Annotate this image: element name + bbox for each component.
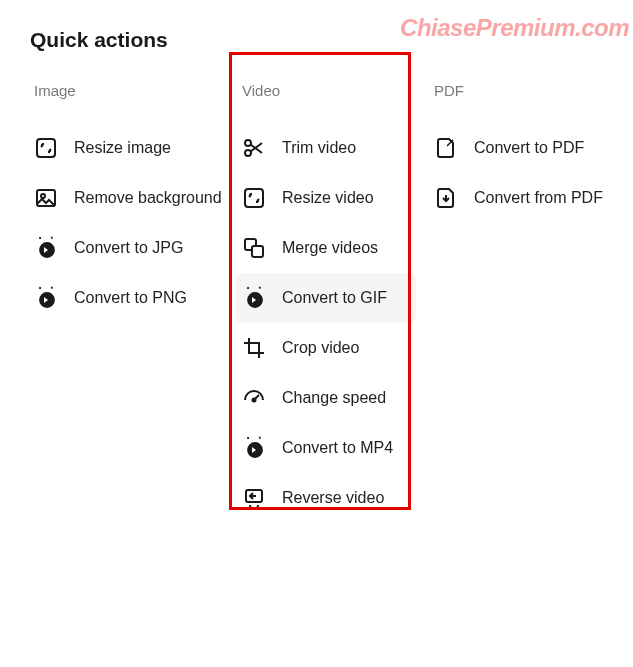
resize-video-icon xyxy=(242,186,266,210)
action-label: Merge videos xyxy=(282,239,378,257)
action-label: Convert to JPG xyxy=(74,239,183,257)
svg-rect-0 xyxy=(37,139,55,157)
action-label: Resize image xyxy=(74,139,171,157)
action-convert-from-pdf[interactable]: Convert from PDF xyxy=(430,173,630,223)
action-convert-png[interactable]: Convert to PNG xyxy=(30,273,236,323)
action-resize-image[interactable]: Resize image xyxy=(30,123,236,173)
action-convert-gif[interactable]: Convert to GIF xyxy=(236,273,416,323)
convert-from-pdf-icon xyxy=(434,186,458,210)
action-label: Remove background xyxy=(74,189,222,207)
action-label: Trim video xyxy=(282,139,356,157)
column-pdf: PDF Convert to PDF Convert from PDF xyxy=(430,82,630,523)
video-action-list: Trim video Resize video Merge videos xyxy=(236,123,416,523)
svg-point-2 xyxy=(41,194,45,198)
action-trim-video[interactable]: Trim video xyxy=(236,123,416,173)
column-heading-video: Video xyxy=(236,82,416,99)
action-crop-video[interactable]: Crop video xyxy=(236,323,416,373)
svg-rect-9 xyxy=(252,246,263,257)
action-remove-background[interactable]: Remove background xyxy=(30,173,236,223)
column-heading-pdf: PDF xyxy=(430,82,630,99)
action-label: Change speed xyxy=(282,389,386,407)
convert-jpg-icon xyxy=(34,236,58,260)
action-convert-jpg[interactable]: Convert to JPG xyxy=(30,223,236,273)
svg-rect-7 xyxy=(245,189,263,207)
convert-png-icon xyxy=(34,286,58,310)
action-label: Convert to PNG xyxy=(74,289,187,307)
action-label: Convert from PDF xyxy=(474,189,603,207)
convert-mp4-icon xyxy=(242,436,266,460)
action-label: Crop video xyxy=(282,339,359,357)
column-image: Image Resize image Remove background xyxy=(30,82,236,523)
columns-wrapper: Image Resize image Remove background xyxy=(30,82,613,523)
crop-icon xyxy=(242,336,266,360)
action-label: Reverse video xyxy=(282,489,384,507)
action-resize-video[interactable]: Resize video xyxy=(236,173,416,223)
merge-icon xyxy=(242,236,266,260)
column-video: Video Trim video Resize video xyxy=(236,82,416,523)
action-label: Convert to PDF xyxy=(474,139,584,157)
pdf-action-list: Convert to PDF Convert from PDF xyxy=(430,123,630,223)
convert-gif-icon xyxy=(242,286,266,310)
action-merge-videos[interactable]: Merge videos xyxy=(236,223,416,273)
action-reverse-video[interactable]: Reverse video xyxy=(236,473,416,523)
column-heading-image: Image xyxy=(30,82,236,99)
reverse-icon xyxy=(242,486,266,510)
action-convert-mp4[interactable]: Convert to MP4 xyxy=(236,423,416,473)
action-label: Resize video xyxy=(282,189,374,207)
remove-background-icon xyxy=(34,186,58,210)
action-change-speed[interactable]: Change speed xyxy=(236,373,416,423)
action-label: Convert to MP4 xyxy=(282,439,393,457)
action-convert-to-pdf[interactable]: Convert to PDF xyxy=(430,123,630,173)
page-title: Quick actions xyxy=(30,28,613,52)
resize-image-icon xyxy=(34,136,58,160)
image-action-list: Resize image Remove background Convert t… xyxy=(30,123,236,323)
trim-icon xyxy=(242,136,266,160)
speed-icon xyxy=(242,386,266,410)
action-label: Convert to GIF xyxy=(282,289,387,307)
convert-to-pdf-icon xyxy=(434,136,458,160)
